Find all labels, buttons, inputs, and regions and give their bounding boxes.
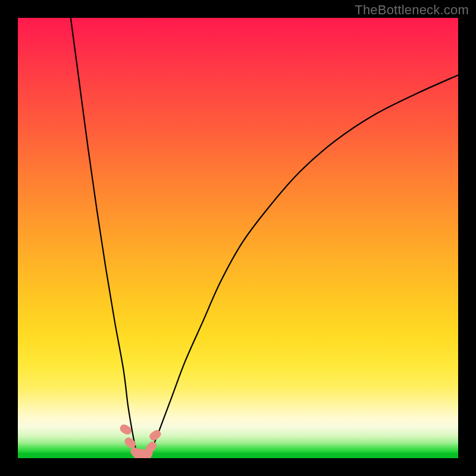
right-branch-curve — [150, 75, 458, 453]
cluster-marker — [148, 428, 162, 442]
left-branch-curve — [71, 18, 137, 454]
chart-outer-frame: TheBottleneck.com — [0, 0, 476, 476]
watermark-text: TheBottleneck.com — [355, 2, 469, 18]
curves-layer — [18, 18, 458, 458]
plot-area — [18, 18, 458, 458]
